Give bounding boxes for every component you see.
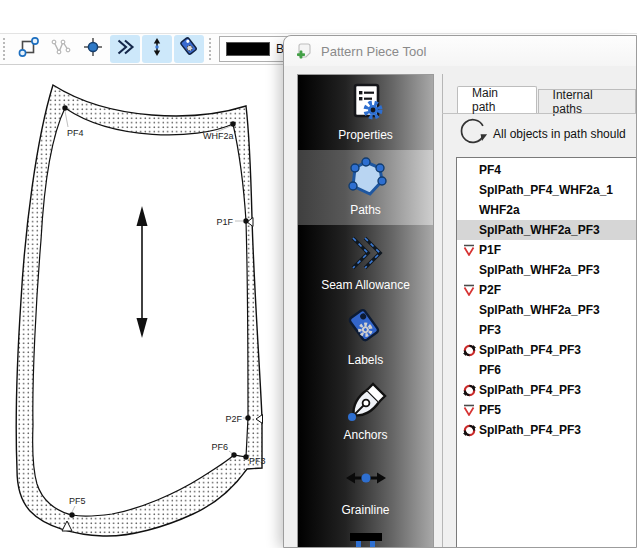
path-node-label: PF6 — [479, 363, 501, 377]
path-node-label: SplPath_PF4_PF3 — [479, 383, 581, 397]
sidebar-item-properties[interactable]: Properties — [298, 75, 433, 150]
seam-allowance-toggle-icon — [114, 36, 136, 62]
insert-nodes-button[interactable] — [46, 35, 76, 63]
labels-toggle-button[interactable] — [174, 35, 204, 63]
path-node-label: SplPath_PF4_PF3 — [479, 343, 581, 357]
point-dot-pf6[interactable] — [231, 452, 236, 457]
main-path-list-item[interactable]: SplPath_WHF2a_PF3 — [457, 300, 637, 320]
main-path-list-item[interactable]: P2F — [457, 280, 637, 300]
main-path-list-item[interactable]: WHF2a — [457, 200, 637, 220]
insert-nodes-icon — [50, 36, 72, 62]
path-node-label: SplPath_WHF2a_PF3 — [479, 303, 600, 317]
sidebar-item-label: Paths — [350, 203, 381, 217]
dialog-sidebar: PropertiesPathsSeam AllowanceLabelsAncho… — [297, 74, 434, 548]
path-node-label: SplPath_PF4_WHF2a_1 — [479, 183, 613, 197]
grainline-icon — [344, 456, 388, 500]
path-node-label: WHF2a — [479, 203, 520, 217]
path-node-label: PF5 — [479, 403, 501, 417]
main-path-list-item[interactable]: P1F — [457, 240, 637, 260]
reverse-direction-icon — [463, 344, 478, 357]
sidebar-item-label: Properties — [338, 128, 393, 142]
paths-icon — [344, 156, 388, 200]
point-label-p1f: P1F — [216, 217, 233, 227]
sidebar-item-label: Labels — [348, 353, 383, 367]
point-dot-pf5[interactable] — [69, 512, 74, 517]
main-path-outline[interactable] — [33, 108, 248, 516]
pane-divider — [442, 74, 443, 547]
sidebar-item-passmarks[interactable] — [298, 525, 433, 548]
sidebar-item-label: Anchors — [343, 428, 387, 442]
point-dot-p1f[interactable] — [243, 218, 248, 223]
grainline-toggle-button[interactable] — [142, 35, 172, 63]
pattern-piece-tool-dialog: Pattern Piece Tool PropertiesPathsSeam A… — [283, 35, 637, 548]
main-path-list-item[interactable]: SplPath_WHF2a_PF3 — [457, 260, 637, 280]
sidebar-item-label: Seam Allowance — [321, 278, 410, 292]
seam-allowance-toggle-button[interactable] — [110, 35, 140, 63]
sidebar-item-grainline[interactable]: Grainline — [298, 450, 433, 525]
path-node-label: PF3 — [479, 323, 501, 337]
point-label-pf3: PF3 — [249, 456, 266, 466]
tab-main-path[interactable]: Main path — [457, 86, 537, 113]
main-path-list-item[interactable]: SplPath_PF4_WHF2a_1 — [457, 180, 637, 200]
path-node-label: PF4 — [479, 163, 501, 177]
point-label-pf6: PF6 — [211, 442, 228, 452]
sidebar-item-paths[interactable]: Paths — [298, 150, 433, 225]
passmark-icon — [463, 404, 478, 416]
main-path-listbox[interactable]: PF4SplPath_PF4_WHF2a_1WHF2aSplPath_WHF2a… — [456, 157, 637, 548]
seamallowance-icon — [344, 231, 388, 275]
passmark-icon — [463, 244, 478, 256]
toolbar-drag-handle[interactable] — [3, 38, 8, 60]
main-path-list-item[interactable]: PF3 — [457, 320, 637, 340]
main-path-list-item[interactable]: SplPath_PF4_PF3 — [457, 340, 637, 360]
rotate-order-icon — [456, 115, 490, 153]
dialog-title: Pattern Piece Tool — [321, 44, 426, 59]
internal-path-icon — [18, 36, 40, 62]
path-node-label: P1F — [479, 243, 501, 257]
path-node-label: SplPath_WHF2a_PF3 — [479, 263, 600, 277]
point-label-pf4: PF4 — [67, 128, 84, 138]
anchor-point-button[interactable] — [78, 35, 108, 63]
path-node-label: SplPath_WHF2a_PF3 — [479, 223, 600, 237]
path-order-hint: All objects in path should — [493, 127, 626, 141]
main-path-list-item[interactable]: SplPath_WHF2a_PF3 — [457, 220, 637, 240]
color-swatch-black — [226, 42, 270, 56]
main-path-list-item[interactable]: PF4 — [457, 160, 637, 180]
main-path-list-item[interactable]: PF6 — [457, 360, 637, 380]
point-dot-pf4[interactable] — [62, 105, 67, 110]
main-path-list-item[interactable]: PF5 — [457, 400, 637, 420]
reverse-direction-icon — [463, 424, 478, 437]
passmark-icon — [463, 284, 478, 296]
pattern-piece-icon — [295, 42, 313, 60]
path-node-label: SplPath_PF4_PF3 — [479, 423, 581, 437]
sidebar-item-label: Grainline — [341, 503, 389, 517]
point-dot-whf2a[interactable] — [230, 121, 235, 126]
labels-icon — [344, 306, 388, 350]
app-window: { "toolbar": { "buttons": [ {"icon": "in… — [0, 0, 637, 548]
labels-toggle-icon — [178, 36, 200, 62]
main-path-list-item[interactable]: SplPath_PF4_PF3 — [457, 420, 637, 440]
point-dot-p2f[interactable] — [245, 415, 250, 420]
point-label-p2f: P2F — [225, 414, 242, 424]
passmarks-icon — [344, 531, 388, 548]
path-order-row: All objects in path should — [456, 115, 636, 153]
sidebar-item-labels[interactable]: Labels — [298, 300, 433, 375]
point-dot-pf3[interactable] — [243, 454, 248, 459]
reverse-direction-icon — [463, 384, 478, 397]
anchor-point-icon — [82, 36, 104, 62]
tab-internal-paths[interactable]: Internal paths — [538, 89, 636, 113]
sidebar-item-anchors[interactable]: Anchors — [298, 375, 433, 450]
toolbar-separator — [209, 38, 215, 60]
internal-path-button[interactable] — [14, 35, 44, 63]
dialog-titlebar[interactable]: Pattern Piece Tool — [284, 36, 636, 66]
anchors-icon — [344, 381, 388, 425]
grainline-toggle-icon — [146, 36, 168, 62]
main-path-list-item[interactable]: SplPath_PF4_PF3 — [457, 380, 637, 400]
sidebar-item-seam-allowance[interactable]: Seam Allowance — [298, 225, 433, 300]
path-tabs: Main pathInternal paths — [457, 86, 636, 113]
properties-icon — [344, 81, 388, 125]
point-label-pf5: PF5 — [69, 496, 86, 506]
point-label-whf2a: WHF2a — [203, 131, 234, 141]
path-node-label: P2F — [479, 283, 501, 297]
